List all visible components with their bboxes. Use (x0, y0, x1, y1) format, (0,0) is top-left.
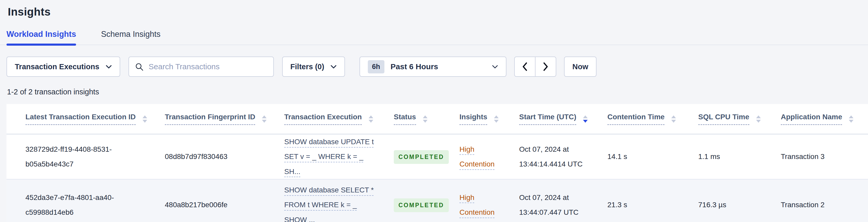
tab-schema-insights[interactable]: Schema Insights (101, 30, 160, 44)
cell-start-time: Oct 07, 2024 at 13:44:07.447 UTC (519, 179, 608, 222)
sort-icon (671, 116, 676, 123)
cell-insights: High Contention (459, 134, 519, 179)
cell-start-time: Oct 07, 2024 at 13:44:14.4414 UTC (519, 134, 608, 179)
status-badge: COMPLETED (394, 150, 449, 164)
transaction-execution-link[interactable]: SHOW database SELECT * FROM t WHERE k = … (284, 183, 374, 222)
cell-transaction-execution: SHOW database SELECT * FROM t WHERE k = … (284, 179, 394, 222)
sort-icon (423, 116, 428, 123)
view-type-dropdown-label: Transaction Executions (15, 63, 99, 71)
insight-link[interactable]: High Contention (459, 142, 509, 172)
column-header-insights[interactable]: Insights (459, 104, 519, 134)
transaction-execution-link[interactable]: SHOW database UPDATE t SET v = _ WHERE k… (284, 134, 374, 179)
insights-table-card: Latest Transaction Execution ID Transact… (6, 104, 868, 222)
column-header-transaction-fingerprint-id[interactable]: Transaction Fingerprint ID (165, 104, 284, 134)
toolbar: Transaction Executions Filters (0) 6h Pa… (6, 57, 868, 77)
cell-application-name: Transaction 3 (781, 134, 868, 179)
time-range-prev-button[interactable] (514, 57, 535, 77)
status-badge: COMPLETED (394, 198, 449, 212)
cell-status: COMPLETED (394, 179, 459, 222)
cell-sql-cpu-time: 716.3 µs (698, 179, 781, 222)
cell-application-name: Transaction 2 (781, 179, 868, 222)
time-range-label: Past 6 Hours (391, 62, 486, 71)
cell-latest-execution-id: 328729d2-ff19-4408-8531-b05a5b4e43c7 (6, 134, 165, 179)
sort-icon (262, 116, 267, 123)
cell-sql-cpu-time: 1.1 ms (698, 134, 781, 179)
chevron-right-icon (543, 62, 548, 71)
column-header-start-time[interactable]: Start Time (UTC) (519, 104, 608, 134)
cell-transaction-execution: SHOW database UPDATE t SET v = _ WHERE k… (284, 134, 394, 179)
sort-icon (756, 116, 761, 123)
column-header-latest-transaction-execution-id[interactable]: Latest Transaction Execution ID (6, 104, 165, 134)
page-title: Insights (8, 6, 868, 18)
sort-icon (494, 116, 499, 123)
results-count: 1-2 of 2 transaction insights (7, 88, 868, 96)
filters-button[interactable]: Filters (0) (282, 57, 345, 77)
filters-button-label: Filters (0) (290, 63, 324, 71)
table-header-row: Latest Transaction Execution ID Transact… (6, 104, 868, 134)
search-input[interactable] (128, 57, 274, 77)
chevron-left-icon (522, 62, 527, 71)
cell-fingerprint-id: 08d8b7d97f830463 (165, 134, 284, 179)
chevron-down-icon (492, 65, 498, 69)
chevron-down-icon (331, 65, 337, 69)
time-range-nav (514, 57, 556, 77)
tab-workload-insights[interactable]: Workload Insights (6, 30, 76, 44)
sort-icon (849, 116, 854, 123)
now-button[interactable]: Now (564, 57, 596, 77)
time-range-dropdown[interactable]: 6h Past 6 Hours (360, 57, 506, 77)
cell-latest-execution-id: 452da3e7-e7fa-4801-aa40-c59988d14eb6 (6, 179, 165, 222)
search-icon (135, 63, 144, 71)
cell-fingerprint-id: 480a8b217be006fe (165, 179, 284, 222)
tab-bar: Workload Insights Schema Insights (0, 30, 868, 45)
chevron-down-icon (106, 65, 112, 69)
column-header-sql-cpu-time[interactable]: SQL CPU Time (698, 104, 781, 134)
cell-insights: High Contention (459, 179, 519, 222)
sort-icon-active-desc (583, 116, 588, 123)
table-row: 328729d2-ff19-4408-8531-b05a5b4e43c7 08d… (6, 134, 868, 179)
time-range-next-button[interactable] (535, 57, 556, 77)
column-header-transaction-execution[interactable]: Transaction Execution (284, 104, 394, 134)
insight-link[interactable]: High Contention (459, 190, 509, 220)
sort-icon (369, 116, 373, 123)
table-row: 452da3e7-e7fa-4801-aa40-c59988d14eb6 480… (6, 179, 868, 222)
cell-contention-time: 21.3 s (608, 179, 698, 222)
time-range-badge: 6h (368, 60, 384, 73)
view-type-dropdown[interactable]: Transaction Executions (6, 57, 120, 77)
now-button-label: Now (572, 63, 588, 71)
sort-icon (143, 116, 147, 123)
column-header-status[interactable]: Status (394, 104, 459, 134)
column-header-application-name[interactable]: Application Name (781, 104, 868, 134)
column-header-contention-time[interactable]: Contention Time (608, 104, 698, 134)
transaction-insights-table: Latest Transaction Execution ID Transact… (6, 104, 868, 222)
cell-contention-time: 14.1 s (608, 134, 698, 179)
cell-status: COMPLETED (394, 134, 459, 179)
search-box (128, 57, 274, 77)
